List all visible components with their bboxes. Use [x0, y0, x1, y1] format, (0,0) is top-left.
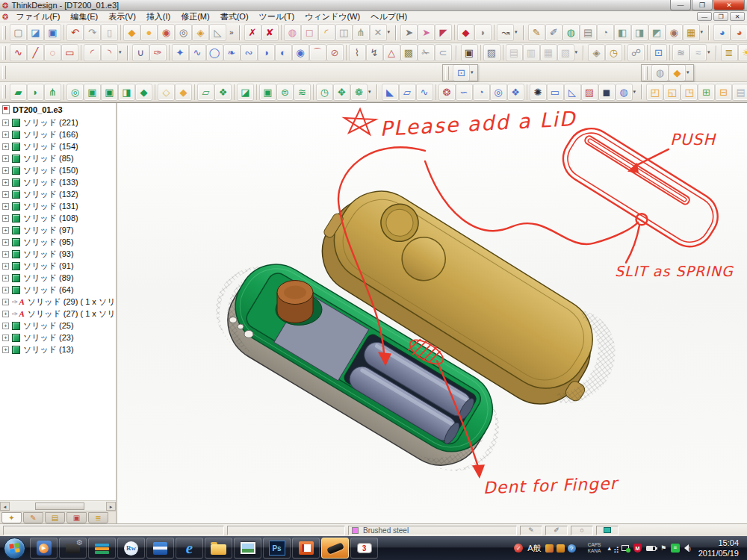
pencil-icon[interactable]: ✎: [529, 25, 545, 40]
surface-j-icon[interactable]: ▨: [582, 84, 598, 100]
open-file-icon[interactable]: ◪: [28, 25, 43, 40]
select-cursor-icon[interactable]: ➤: [401, 25, 417, 40]
material-color-swatch[interactable]: [352, 527, 359, 534]
orange-box-icon[interactable]: ◆: [669, 65, 685, 81]
taskbar-photo-viewer-button[interactable]: [234, 538, 261, 559]
globe-icon[interactable]: ◍: [563, 25, 579, 40]
mdi-minimize-button[interactable]: —: [697, 12, 712, 21]
expand-icon[interactable]: +: [2, 179, 9, 186]
pen-tool-alt-icon[interactable]: ✐: [545, 526, 568, 535]
wave-curve-icon[interactable]: ∿: [190, 45, 205, 60]
surface-d-icon[interactable]: ∽: [456, 84, 472, 100]
image-tool-a-icon[interactable]: ▤: [506, 45, 522, 60]
tree-item[interactable]: +ソリッド (154): [0, 140, 116, 152]
taskbar-cad-toolbox-button[interactable]: [146, 538, 174, 559]
new-file-icon[interactable]: ▢: [10, 25, 26, 40]
expand-icon[interactable]: +: [2, 299, 9, 305]
history-clock-icon[interactable]: ◷: [606, 45, 622, 60]
taskbar-active-model-button[interactable]: [321, 538, 349, 559]
toolbar-overflow-icon[interactable]: ▾: [471, 69, 474, 75]
expand-icon[interactable]: +: [2, 119, 9, 126]
surface-c-icon[interactable]: ∿: [417, 84, 433, 100]
tab-folders[interactable]: ▤: [45, 512, 65, 523]
dish-icon[interactable]: ◗: [475, 25, 491, 40]
expand-icon[interactable]: +: [2, 251, 9, 258]
zoom-icon[interactable]: ◎: [176, 25, 191, 40]
feature-clock-icon[interactable]: ◷: [317, 84, 332, 100]
image-tool-b-icon[interactable]: ▥: [524, 45, 539, 60]
surface-b-icon[interactable]: ▱: [400, 84, 415, 100]
shell-a-icon[interactable]: ≋: [673, 45, 689, 60]
workplane-b-icon[interactable]: ◨: [632, 25, 648, 40]
toolbar-overflow-icon[interactable]: ▾: [368, 89, 371, 95]
menu-item-6[interactable]: ツール(T): [254, 11, 300, 22]
taskbar-clock[interactable]: 15:04 2011/05/19: [698, 538, 739, 559]
title-bar[interactable]: ❂ ThinkDesign - [DT200_01.e3] — ❐ ✕: [0, 0, 747, 11]
spline-icon[interactable]: ∿: [10, 45, 26, 60]
pen-edit-icon[interactable]: ✐: [546, 25, 562, 40]
solid-box-icon[interactable]: ◆: [124, 25, 140, 40]
visibility-bulb-icon[interactable]: ☀: [739, 45, 747, 60]
menu-item-7[interactable]: ウィンドウ(W): [300, 11, 365, 22]
taskbar-library-button[interactable]: [88, 538, 116, 559]
undo-icon[interactable]: ↶: [67, 25, 83, 40]
expand-icon[interactable]: +: [2, 311, 9, 317]
assembly-d-icon[interactable]: ⊞: [698, 84, 714, 100]
taskbar-explorer-button[interactable]: [205, 538, 232, 559]
minimize-button[interactable]: —: [670, 0, 691, 10]
taskbar-rw-app-button[interactable]: Rw: [117, 538, 145, 559]
taskbar-internet-explorer-button[interactable]: e: [176, 538, 203, 559]
box-gold-icon[interactable]: ◆: [176, 84, 191, 100]
solid-roll-icon[interactable]: ▰: [10, 84, 26, 100]
ime-status-icon[interactable]: ✓: [514, 544, 523, 553]
tree-item[interactable]: +ソリッド (150): [0, 164, 116, 176]
mesh-icon[interactable]: ✺: [530, 84, 546, 100]
split-box-icon[interactable]: ◫: [336, 25, 352, 40]
scroll-thumb[interactable]: [35, 503, 84, 510]
history-icon[interactable]: ▯: [102, 25, 117, 40]
profile-b-icon[interactable]: ◐: [276, 45, 291, 60]
trim-icon[interactable]: ⊘: [327, 45, 343, 60]
toolbar-overflow-icon[interactable]: ▾: [388, 29, 391, 35]
image-icon[interactable]: ▣: [462, 45, 477, 60]
draft-icon[interactable]: ✥: [334, 84, 350, 100]
tab-layers[interactable]: ≣: [88, 512, 108, 523]
scroll-track[interactable]: [10, 502, 106, 511]
branch-icon[interactable]: ⋔: [353, 25, 369, 40]
expand-icon[interactable]: +: [2, 191, 9, 198]
select-lasso-icon[interactable]: ➤: [418, 25, 434, 40]
rectangle-icon[interactable]: ▭: [62, 45, 78, 60]
box-light-icon[interactable]: ◇: [158, 84, 174, 100]
toolbar-chevron-icon[interactable]: »: [229, 28, 234, 37]
mdi-close-button[interactable]: ✕: [730, 12, 745, 21]
mdi-restore-button[interactable]: ❐: [713, 12, 728, 21]
curve-point-icon[interactable]: ↝: [498, 25, 513, 40]
menu-item-8[interactable]: ヘルプ(H): [365, 11, 412, 22]
zoom-selected-icon[interactable]: ◉: [158, 25, 174, 40]
solid-cube-a-icon[interactable]: ▣: [84, 84, 100, 100]
ellipse-icon[interactable]: ◯: [207, 45, 223, 60]
assembly-a-icon[interactable]: ◰: [647, 84, 663, 100]
tree-item[interactable]: +✑Aソリッド (27) ( 1 x ソリッ: [0, 308, 116, 320]
triangle-curve-icon[interactable]: △: [384, 45, 400, 60]
workplane-star-icon[interactable]: ▦: [684, 25, 699, 40]
surface-i-icon[interactable]: ◺: [565, 84, 580, 100]
assembly-e-icon[interactable]: ⊟: [716, 84, 731, 100]
assembly-c-icon[interactable]: ◳: [681, 84, 697, 100]
expand-icon[interactable]: +: [2, 155, 9, 162]
freehand-icon[interactable]: ⌇: [350, 45, 365, 60]
tab-structure[interactable]: ✦: [1, 512, 22, 523]
surface-k-icon[interactable]: ◼: [599, 84, 615, 100]
wireframe-sphere-icon[interactable]: ◍: [285, 25, 300, 40]
expand-icon[interactable]: +: [2, 346, 9, 353]
expand-icon[interactable]: +: [2, 227, 9, 234]
solid-blob-icon[interactable]: ◗: [28, 84, 43, 100]
leaf-curve-icon[interactable]: ❧: [224, 45, 240, 60]
ghost-box-icon[interactable]: ◻: [302, 25, 317, 40]
surface-g-icon[interactable]: ❖: [508, 84, 524, 100]
shaded-sphere-icon[interactable]: ●: [141, 25, 157, 40]
assembly-b-icon[interactable]: ◱: [664, 84, 680, 100]
scroll-right-icon[interactable]: ▸: [106, 502, 116, 511]
expand-icon[interactable]: +: [2, 143, 9, 150]
expand-icon[interactable]: +: [2, 335, 9, 341]
